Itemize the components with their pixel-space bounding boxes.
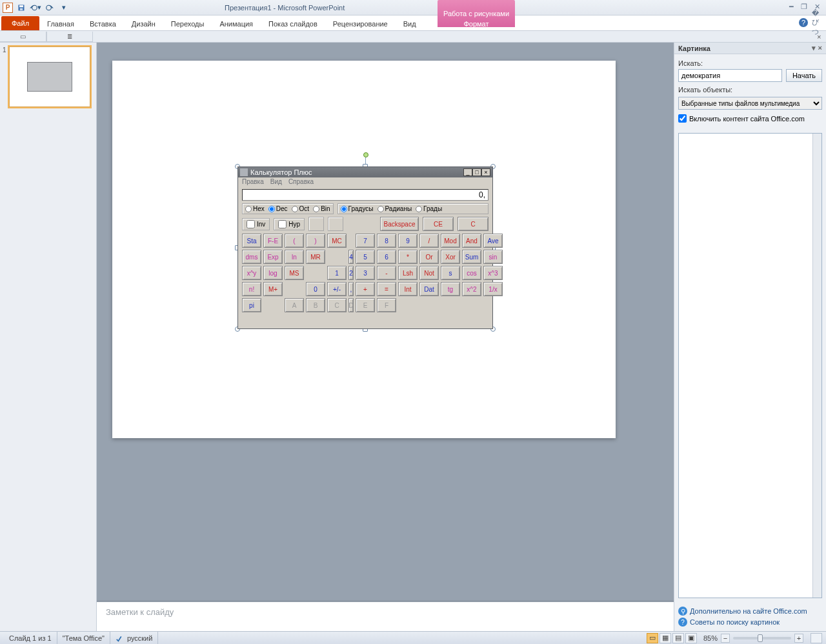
save-icon[interactable] (15, 2, 27, 14)
calc-key-: ( (285, 234, 304, 248)
status-language[interactable]: русский (110, 632, 158, 644)
status-theme: "Тема Office" (57, 632, 110, 644)
view-buttons: ▭ ▦ ▤ ▣ 85% − + (647, 633, 822, 643)
zoom-in-button[interactable]: + (794, 634, 803, 643)
calc-key-: / (419, 234, 439, 248)
calc-key-x2: x^2 (462, 282, 481, 296)
fit-to-window-button[interactable] (811, 633, 822, 643)
sorter-view-button[interactable]: ▦ (660, 633, 671, 643)
tab-slideshow[interactable]: Показ слайдов (261, 17, 325, 30)
taskpane-dropdown-icon[interactable]: ▾ (812, 44, 816, 52)
thumbnail-1[interactable]: 1 (3, 46, 94, 107)
calc-key-M: M+ (263, 282, 283, 296)
search-input[interactable] (678, 69, 782, 82)
link-search-tips[interactable]: ?Советы по поиску картинок (678, 618, 822, 627)
calc-key-1x: 1/x (483, 282, 503, 296)
calc-inv-checkbox: Inv (242, 218, 270, 230)
workspace: 1 Калькулятор Плюс (0, 43, 826, 631)
calc-menu-edit: Правка (242, 178, 264, 187)
outline-tab-button[interactable]: ≣ (46, 32, 93, 42)
picture-tools-label: Работа с рисунками (438, 10, 515, 17)
results-area (678, 133, 822, 598)
tab-view[interactable]: Вид (396, 17, 424, 30)
tab-home[interactable]: Главная (39, 17, 82, 30)
calc-radio-dec: Dec (268, 205, 288, 212)
calc-key-cos: cos (462, 266, 481, 280)
tab-insert[interactable]: Вставка (82, 17, 124, 30)
thumbnail-preview (9, 46, 90, 107)
taskpane-body: Искать: Начать Искать объекты: Выбранные… (674, 54, 826, 129)
calc-radio-rad: Радианы (378, 205, 412, 212)
slide-thumbnails-panel: 1 (0, 43, 97, 631)
zoom-slider-thumb[interactable] (758, 634, 763, 642)
link-more-office[interactable]: ⚲Дополнительно на сайте Office.com (678, 607, 822, 616)
ribbon-help-icon[interactable]: ? (799, 18, 808, 27)
window-title: Презентация1 - Microsoft PowerPoint (225, 4, 345, 12)
normal-view-button[interactable]: ▭ (647, 633, 658, 643)
calc-key-F: F (377, 298, 396, 312)
quick-access-toolbar: P ▾ ▾ (0, 2, 70, 14)
reading-view-button[interactable]: ▤ (672, 633, 684, 643)
minimize-icon[interactable]: ━ (786, 2, 796, 11)
calc-radio-bin: Bin (313, 205, 330, 212)
calc-menu-bar: Правка Вид Справка (238, 177, 492, 188)
include-office-input[interactable] (678, 114, 687, 123)
slides-tab-button[interactable]: ▭ (0, 32, 46, 42)
calc-display: 0, (242, 189, 489, 201)
slide-editor[interactable]: Калькулятор Плюс _ □ × Правка Вид Справк… (97, 43, 674, 631)
zoom-out-button[interactable]: − (721, 634, 730, 643)
tab-format[interactable]: Формат (438, 17, 515, 30)
calc-radio-oct: Oct (292, 205, 310, 212)
calc-hyp-checkbox: Hyp (274, 218, 305, 230)
selected-picture[interactable]: Калькулятор Плюс _ □ × Правка Вид Справк… (237, 166, 493, 329)
zoom-slider[interactable] (733, 637, 791, 639)
taskpane-title: Картинка (678, 45, 710, 52)
redo-icon[interactable] (44, 2, 55, 14)
calc-key-pi: pi (242, 298, 261, 312)
calc-key-C: C (327, 298, 347, 312)
calc-key-9: 9 (398, 234, 418, 248)
search-label: Искать: (678, 59, 822, 67)
notes-pane[interactable]: Заметки к слайду (97, 600, 674, 631)
taskpane-header-controls: ▾ × (812, 44, 822, 52)
calc-key-sin: sin (483, 250, 503, 264)
object-type-select[interactable]: Выбранные типы файлов мультимедиа (678, 97, 822, 110)
results-scrollbar[interactable] (812, 134, 821, 598)
calc-key-8: 8 (377, 234, 396, 248)
calc-radio-grad: Грады (416, 205, 442, 212)
calc-key-xy: x^y (242, 266, 261, 280)
title-bar: P ▾ ▾ Презентация1 - Microsoft PowerPoin… (0, 0, 826, 15)
start-search-button[interactable]: Начать (786, 69, 822, 82)
tab-animations[interactable]: Анимация (212, 17, 261, 30)
zoom-value[interactable]: 85% (703, 634, 718, 642)
objects-label: Искать объекты: (678, 86, 822, 94)
calc-key-MR: MR (306, 250, 325, 264)
calc-key-Not: Not (419, 266, 439, 280)
tab-review[interactable]: Рецензирование (325, 17, 396, 30)
calc-base-group: Hex Dec Oct Bin (242, 203, 334, 214)
include-office-checkbox[interactable]: Включить контент сайта Office.com (678, 114, 822, 123)
calc-key-Mod: Mod (441, 234, 460, 248)
file-tab[interactable]: Файл (1, 16, 39, 30)
calc-key-Exp: Exp (263, 250, 283, 264)
tab-transitions[interactable]: Переходы (163, 17, 212, 30)
slideshow-view-button[interactable]: ▣ (685, 633, 697, 643)
rotation-handle[interactable] (363, 152, 368, 157)
restore-icon[interactable]: ❐ (799, 2, 809, 11)
calc-key-log: log (263, 266, 283, 280)
calc-key-Sum: Sum (462, 250, 481, 264)
calc-key-: * (398, 250, 418, 264)
ribbon-collapse-icon[interactable]: �びつ (812, 18, 821, 27)
undo-icon[interactable]: ▾ (30, 2, 41, 14)
calc-menu-view: Вид (270, 178, 282, 187)
qat-dropdown-icon[interactable]: ▾ (58, 2, 70, 14)
help-icon: ? (678, 618, 687, 627)
calc-key-7: 7 (356, 234, 375, 248)
calc-key-0: 0 (306, 282, 325, 296)
calc-key-MS: MS (285, 266, 304, 280)
svg-rect-2 (20, 8, 23, 10)
calc-key-: + (356, 282, 375, 296)
app-icon[interactable]: P (3, 3, 13, 13)
taskpane-close-icon[interactable]: × (818, 44, 822, 52)
tab-design[interactable]: Дизайн (124, 17, 163, 30)
